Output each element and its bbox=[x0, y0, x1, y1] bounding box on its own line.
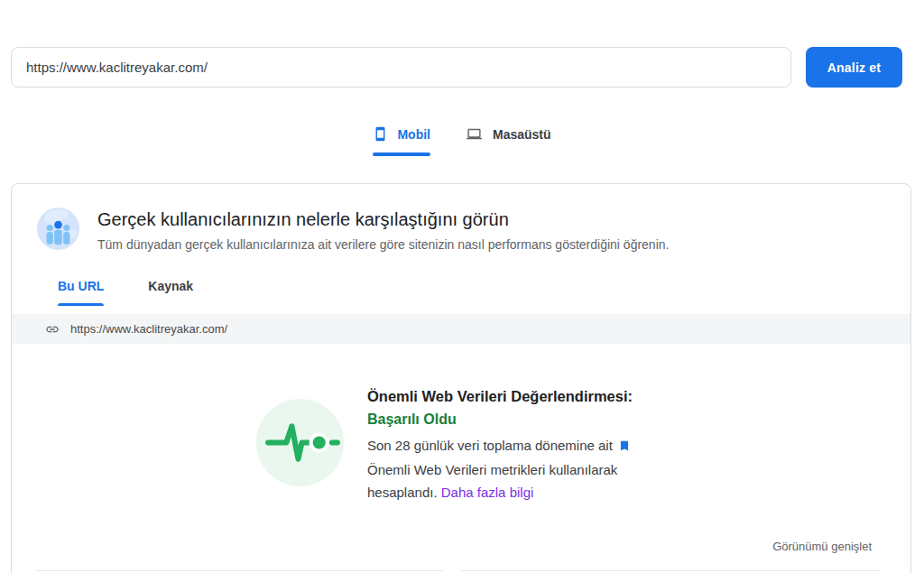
analyze-button[interactable]: Analiz et bbox=[806, 47, 902, 88]
learn-more-link[interactable]: Daha fazla bilgi bbox=[441, 485, 534, 500]
active-scope-underline bbox=[58, 303, 104, 306]
metric-column-divider-left bbox=[36, 570, 443, 571]
tab-this-url[interactable]: Bu URL bbox=[58, 279, 104, 306]
active-tab-underline bbox=[373, 152, 430, 156]
tab-mobile-label: Mobil bbox=[397, 127, 430, 142]
analyzed-url-bar: https://www.kaclitreyakar.com/ bbox=[12, 314, 910, 344]
cwv-description: Son 28 günlük veri toplama dönemine ait … bbox=[367, 434, 665, 504]
card-title: Gerçek kullanıcılarınızın nelerle karşıl… bbox=[97, 208, 669, 231]
cwv-description-prefix: Son 28 günlük veri toplama dönemine ait bbox=[367, 438, 613, 453]
tab-origin[interactable]: Kaynak bbox=[148, 279, 193, 306]
real-users-icon bbox=[37, 208, 79, 250]
tab-origin-label: Kaynak bbox=[148, 279, 193, 293]
cwv-status-passed: Başarılı Oldu bbox=[367, 408, 665, 431]
expand-view-button[interactable]: Görünümü genişlet bbox=[772, 540, 872, 553]
pulse-icon bbox=[256, 399, 344, 486]
tab-mobile[interactable]: Mobil bbox=[373, 126, 430, 156]
card-header: Gerçek kullanıcılarınızın nelerle karşıl… bbox=[37, 208, 669, 254]
cwv-text: Önemli Web Verileri Değerlendirmesi: Baş… bbox=[367, 384, 665, 504]
analyzed-url-text: https://www.kaclitreyakar.com/ bbox=[70, 322, 227, 336]
cwv-assessment: Önemli Web Verileri Değerlendirmesi: Baş… bbox=[256, 384, 665, 504]
bookmark-icon[interactable] bbox=[618, 439, 631, 455]
laptop-icon bbox=[465, 126, 484, 142]
metric-column-divider-right bbox=[461, 570, 881, 571]
field-data-card: Gerçek kullanıcılarınızın nelerle karşıl… bbox=[11, 183, 911, 573]
cwv-heading: Önemli Web Verileri Değerlendirmesi: bbox=[367, 384, 665, 408]
pagespeed-insights-page: Analiz et Mobil Masaüstü bbox=[0, 0, 924, 573]
tab-this-url-label: Bu URL bbox=[58, 279, 104, 293]
card-subtitle: Tüm dünyadan gerçek kullanıcılarınıza ai… bbox=[97, 236, 669, 254]
scope-tabs: Bu URL Kaynak bbox=[58, 279, 193, 306]
url-input[interactable] bbox=[11, 47, 791, 88]
device-tabs: Mobil Masaüstü bbox=[0, 126, 924, 156]
card-header-text: Gerçek kullanıcılarınızın nelerle karşıl… bbox=[97, 208, 669, 254]
link-icon bbox=[45, 322, 60, 337]
smartphone-icon bbox=[373, 126, 388, 142]
tab-desktop[interactable]: Masaüstü bbox=[465, 126, 551, 156]
tab-desktop-label: Masaüstü bbox=[493, 127, 551, 142]
